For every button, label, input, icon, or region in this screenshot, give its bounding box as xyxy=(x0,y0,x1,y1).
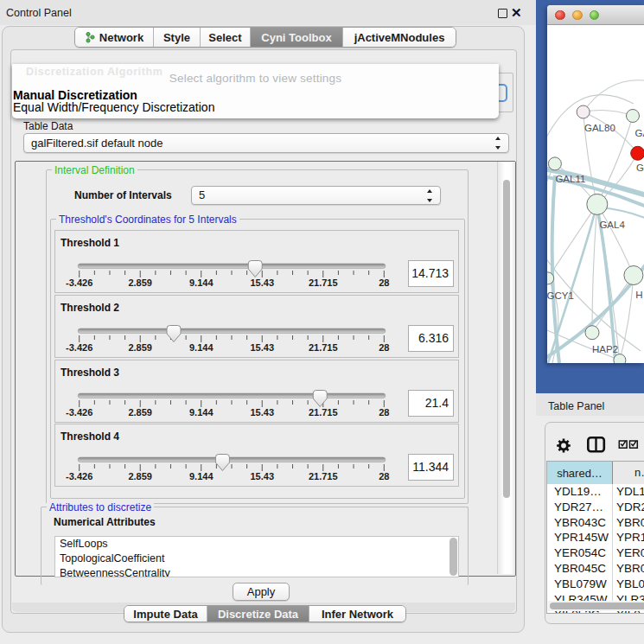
svg-text:-3.426: -3.426 xyxy=(66,277,92,288)
svg-text:H: H xyxy=(635,290,642,300)
svg-text:2.859: 2.859 xyxy=(128,471,152,481)
svg-text:GAL80: GAL80 xyxy=(584,123,615,133)
svg-text:28: 28 xyxy=(379,277,389,288)
svg-text:GCY1: GCY1 xyxy=(547,290,574,301)
svg-text:9.144: 9.144 xyxy=(189,342,214,353)
svg-text:GA: GA xyxy=(635,128,644,138)
svg-text:HAP2: HAP2 xyxy=(592,344,618,354)
svg-text:21.715: 21.715 xyxy=(309,277,338,288)
svg-text:15.43: 15.43 xyxy=(250,342,274,353)
svg-text:-3.426: -3.426 xyxy=(66,407,92,418)
svg-text:21.715: 21.715 xyxy=(309,342,338,353)
svg-text:28: 28 xyxy=(379,342,389,353)
svg-text:21.715: 21.715 xyxy=(309,471,338,481)
svg-text:9.144: 9.144 xyxy=(189,471,214,481)
svg-text:-3.426: -3.426 xyxy=(66,471,92,481)
svg-text:15.43: 15.43 xyxy=(250,471,274,481)
svg-text:9.144: 9.144 xyxy=(189,277,214,288)
svg-text:G: G xyxy=(636,163,644,173)
svg-text:15.43: 15.43 xyxy=(250,407,274,418)
svg-text:GAL11: GAL11 xyxy=(555,174,585,184)
svg-text:-3.426: -3.426 xyxy=(66,342,92,353)
svg-text:21.715: 21.715 xyxy=(309,407,338,418)
svg-text:2.859: 2.859 xyxy=(128,277,152,288)
svg-text:28: 28 xyxy=(379,407,389,418)
svg-text:2.859: 2.859 xyxy=(128,342,152,353)
svg-text:15.43: 15.43 xyxy=(250,277,274,288)
svg-text:2.859: 2.859 xyxy=(128,407,152,418)
svg-text:28: 28 xyxy=(379,471,389,481)
svg-text:GAL4: GAL4 xyxy=(599,220,625,230)
svg-text:9.144: 9.144 xyxy=(189,407,214,418)
